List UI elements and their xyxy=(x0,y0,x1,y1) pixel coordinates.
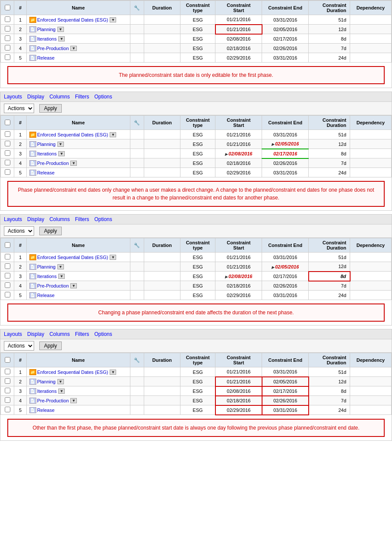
item-link[interactable]: Pre-Production xyxy=(37,46,69,51)
row-checkbox[interactable] xyxy=(1,291,14,300)
row-checkbox[interactable] xyxy=(1,34,14,44)
item-link[interactable]: Pre-Production xyxy=(37,283,69,288)
table-row: 2 📄 Planning ▼ ESG 01/21/2016 02/05/2016… xyxy=(1,377,392,386)
item-link[interactable]: Iterations xyxy=(37,151,57,156)
row-num: 5 xyxy=(14,168,27,177)
actions-select-3[interactable]: Actions xyxy=(4,341,34,351)
item-link[interactable]: Enforced Sequential Dates (ESG) xyxy=(37,255,108,260)
display-link-2[interactable]: Display xyxy=(27,216,44,222)
row-checkbox[interactable] xyxy=(1,139,14,149)
columns-link-3[interactable]: Columns xyxy=(49,331,70,337)
row-duration xyxy=(144,139,180,149)
options-link-2[interactable]: Options xyxy=(94,216,112,222)
item-link[interactable]: Enforced Sequential Dates (ESG) xyxy=(37,17,108,22)
item-link[interactable]: Pre-Production xyxy=(37,398,69,403)
layouts-link-3[interactable]: Layouts xyxy=(4,331,22,337)
row-name: 📄 Planning ▼ xyxy=(26,377,130,386)
item-link[interactable]: Release xyxy=(37,408,54,413)
row-checkbox[interactable] xyxy=(1,281,14,291)
options-link-3[interactable]: Options xyxy=(94,331,112,337)
row-checkbox[interactable] xyxy=(1,168,14,177)
row-dur: 24d xyxy=(309,53,350,63)
actions-select-2[interactable]: Actions xyxy=(4,226,34,236)
row-duration xyxy=(144,405,180,415)
dropdown-icon[interactable]: ▼ xyxy=(57,142,64,147)
filters-link-3[interactable]: Filters xyxy=(75,331,89,337)
row-checkbox[interactable] xyxy=(1,367,14,377)
columns-link-1[interactable]: Columns xyxy=(49,94,70,100)
filters-link-1[interactable]: Filters xyxy=(75,94,89,100)
item-link[interactable]: Iterations xyxy=(37,36,57,41)
row-checkbox[interactable] xyxy=(1,377,14,386)
row-checkbox[interactable] xyxy=(1,25,14,34)
row-checkbox[interactable] xyxy=(1,149,14,158)
row-start: 02/29/2016 xyxy=(215,291,262,300)
select-all-checkbox-2[interactable] xyxy=(5,242,10,248)
row-checkbox[interactable] xyxy=(1,253,14,262)
col-constraint-type: Constrainttype xyxy=(180,116,215,130)
columns-link-2[interactable]: Columns xyxy=(49,216,70,222)
dropdown-icon[interactable]: ▼ xyxy=(57,264,64,269)
dropdown-icon[interactable]: ▼ xyxy=(110,255,116,260)
dropdown-icon[interactable]: ▼ xyxy=(58,151,65,156)
row-checkbox[interactable] xyxy=(1,44,14,53)
col-name: Name xyxy=(26,353,130,367)
item-link[interactable]: Pre-Production xyxy=(37,161,69,166)
row-checkbox[interactable] xyxy=(1,272,14,281)
item-link[interactable]: Release xyxy=(37,293,54,298)
dropdown-icon[interactable]: ▼ xyxy=(57,27,64,32)
item-link[interactable]: Planning xyxy=(37,379,56,384)
select-all-checkbox-3[interactable] xyxy=(5,357,10,363)
row-checkbox[interactable] xyxy=(1,53,14,63)
dropdown-icon[interactable]: ▼ xyxy=(110,132,116,137)
dropdown-icon[interactable]: ▼ xyxy=(70,398,77,403)
row-wrench xyxy=(130,377,144,386)
dropdown-icon[interactable]: ▼ xyxy=(110,17,116,22)
row-checkbox[interactable] xyxy=(1,15,14,25)
display-link-1[interactable]: Display xyxy=(27,94,44,100)
dropdown-icon[interactable]: ▼ xyxy=(57,379,64,384)
dropdown-icon[interactable]: ▼ xyxy=(58,389,65,394)
dropdown-icon[interactable]: ▼ xyxy=(70,161,77,166)
layouts-link-2[interactable]: Layouts xyxy=(4,216,22,222)
dropdown-icon[interactable]: ▼ xyxy=(110,370,116,375)
item-link[interactable]: Enforced Sequential Dates (ESG) xyxy=(37,132,108,137)
row-checkbox[interactable] xyxy=(1,396,14,405)
apply-button-2[interactable]: Apply xyxy=(39,227,62,235)
apply-button-3[interactable]: Apply xyxy=(39,341,62,350)
toolbar-1: Layouts Display Columns Filters Options xyxy=(0,92,392,102)
dropdown-icon[interactable]: ▼ xyxy=(58,36,65,41)
options-link-1[interactable]: Options xyxy=(94,94,112,100)
select-all-top[interactable] xyxy=(5,5,10,10)
display-link-3[interactable]: Display xyxy=(27,331,44,337)
layouts-link-1[interactable]: Layouts xyxy=(4,94,22,100)
row-checkbox[interactable] xyxy=(1,130,14,139)
item-link[interactable]: Iterations xyxy=(37,389,57,394)
item-link[interactable]: Enforced Sequential Dates (ESG) xyxy=(37,370,108,375)
row-checkbox[interactable] xyxy=(1,405,14,415)
row-num: 3 xyxy=(14,149,27,158)
row-checkbox[interactable] xyxy=(1,158,14,168)
item-link[interactable]: Release xyxy=(37,170,54,175)
apply-button-1[interactable]: Apply xyxy=(39,104,62,113)
item-link[interactable]: Planning xyxy=(37,142,56,147)
row-duration xyxy=(144,34,180,44)
col-duration: Duration xyxy=(144,116,180,130)
row-num: 3 xyxy=(14,34,27,44)
row-duration xyxy=(144,25,180,34)
table-row: 4 📄 Pre-Production ▼ ESG 02/18/2016 02/2… xyxy=(1,158,392,168)
filters-link-2[interactable]: Filters xyxy=(75,216,89,222)
select-all-checkbox-1[interactable] xyxy=(5,120,10,125)
dropdown-icon[interactable]: ▼ xyxy=(58,274,65,279)
item-link[interactable]: Planning xyxy=(37,264,56,269)
row-checkbox[interactable] xyxy=(1,386,14,396)
item-link[interactable]: Iterations xyxy=(37,274,57,279)
actions-select-1[interactable]: Actions xyxy=(4,104,34,113)
item-link[interactable]: Release xyxy=(37,55,54,60)
row-dep xyxy=(350,253,392,262)
row-checkbox[interactable] xyxy=(1,262,14,272)
dropdown-icon[interactable]: ▼ xyxy=(70,283,77,288)
dropdown-icon[interactable]: ▼ xyxy=(70,46,77,51)
item-link[interactable]: Planning xyxy=(37,27,56,32)
row-num: 3 xyxy=(14,272,27,281)
